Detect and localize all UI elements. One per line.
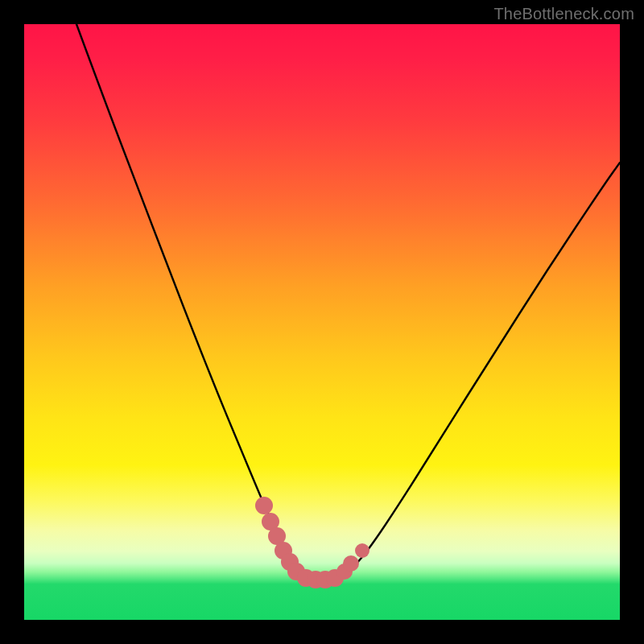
pink-segment-left (255, 497, 273, 514)
bottleneck-curve (76, 24, 620, 581)
watermark-text: TheBottleneck.com (493, 5, 634, 23)
plot-area (24, 24, 620, 620)
chart-frame: TheBottleneck.com (0, 0, 644, 644)
marker-layer (255, 497, 369, 588)
pink-segment-right (343, 555, 359, 572)
pink-dot-right (355, 543, 369, 558)
curve-layer (24, 24, 620, 620)
